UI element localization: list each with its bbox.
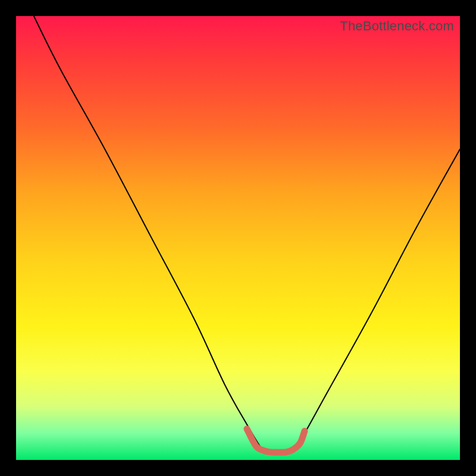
valley-highlight — [247, 429, 305, 453]
bottleneck-curve — [34, 16, 460, 453]
chart-svg — [16, 16, 460, 460]
chart-frame: TheBottleneck.com — [0, 0, 476, 476]
plot-area: TheBottleneck.com — [16, 16, 460, 460]
